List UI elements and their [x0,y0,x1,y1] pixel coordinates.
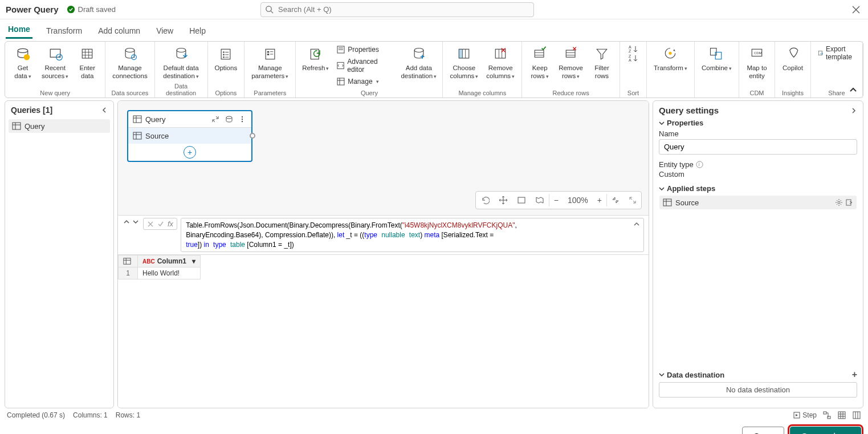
properties-button[interactable]: Properties [334,44,396,55]
add-data-destination-button[interactable]: Add data destination [400,44,438,82]
remove-rows-button[interactable]: Remove rows [556,44,585,82]
default-destination-button[interactable]: Default data destination [161,44,201,82]
properties-section-title[interactable]: Properties [659,119,857,127]
formula-text[interactable]: Table.FromRows(Json.Document(Binary.Deco… [181,218,644,252]
chevron-left-icon [101,107,108,113]
enter-data-button[interactable]: Enter data [74,44,100,82]
table-view-button[interactable] [837,411,846,420]
chevron-down-icon [659,372,665,378]
collapse-ribbon-button[interactable] [849,86,857,94]
query-name-input[interactable] [659,139,857,155]
tab-help[interactable]: Help [187,23,208,39]
chevron-down-icon [659,120,665,126]
data-preview[interactable]: ABCColumn1▾ 1 Hello World! [118,254,649,408]
card-actions-button[interactable] [224,115,234,123]
chevron-up-icon [123,218,131,226]
step-view-button[interactable]: Step [793,411,817,419]
collapse-queries-button[interactable] [101,107,108,113]
choose-columns-button[interactable]: Choose columns [447,44,480,82]
undo-button[interactable] [476,196,494,205]
step-settings-button[interactable] [835,198,843,206]
svg-text:Z: Z [629,54,631,58]
database-icon [225,115,233,123]
sort-asc-button[interactable]: AZ [627,45,639,53]
add-step-button[interactable]: + [184,146,196,159]
svg-rect-86 [838,412,845,419]
group-label: Data destination [160,82,203,96]
svg-rect-58 [818,51,822,55]
group-label: Insights [782,88,804,96]
applied-step-item[interactable]: Source [659,196,857,209]
manage-parameters-button[interactable]: Manage parameters [249,44,291,82]
search-box[interactable] [260,2,534,17]
svg-text:CDM: CDM [754,51,762,55]
more-vertical-icon [239,115,246,123]
collapse-diagram-button[interactable] [607,196,624,204]
close-icon [852,6,860,14]
accept-formula-button[interactable] [157,221,164,228]
zoom-out-button[interactable]: − [549,196,563,205]
refresh-button[interactable]: Refresh [300,44,331,74]
applied-steps-title[interactable]: Applied steps [659,184,857,193]
minimap-button[interactable] [531,196,549,205]
query-step[interactable]: Source [128,128,251,144]
diagram-view[interactable]: Query Source + − [118,101,649,215]
fit-button[interactable] [512,196,531,205]
prev-step-button[interactable] [123,218,131,226]
query-item-label: Query [25,122,44,131]
step-label: Source [145,132,169,140]
no-destination-label: No data destination [659,382,857,398]
step-name: Source [675,198,699,207]
card-menu-button[interactable] [238,115,247,123]
row-number[interactable]: 1 [119,267,138,279]
get-data-button[interactable]: Get data [10,44,36,82]
data-cell[interactable]: Hello World! [138,267,201,279]
query-item[interactable]: Query [9,119,110,133]
svg-point-18 [223,56,225,58]
pan-button[interactable] [494,196,512,205]
destination-section-title[interactable]: Data destination [659,371,724,379]
connector-dot[interactable] [250,133,255,139]
svg-rect-15 [221,49,230,59]
select-all-cell[interactable] [119,255,138,267]
advanced-editor-button[interactable]: Advanced editor [334,56,396,75]
options-button[interactable]: Options [213,44,240,74]
filter-rows-button[interactable]: Filter rows [589,44,615,82]
svg-point-1 [266,6,271,11]
save-and-run-button[interactable]: Save and run [790,427,861,434]
manage-button[interactable]: Manage [334,76,396,87]
transform-button[interactable]: Transform [651,44,690,74]
chevron-down-icon [659,186,665,192]
expand-formula-button[interactable] [633,221,640,228]
cancel-formula-button[interactable] [147,221,154,228]
save-button[interactable]: Save [742,427,784,434]
tab-add-column[interactable]: Add column [96,23,142,39]
manage-connections-button[interactable]: Manage connections [110,44,149,82]
diagram-view-button[interactable] [822,411,832,420]
column-header[interactable]: ABCColumn1▾ [138,255,201,267]
query-card[interactable]: Query Source + [127,110,252,162]
tab-transform[interactable]: Transform [44,23,84,39]
zoom-in-button[interactable]: + [593,196,606,205]
step-destination-button[interactable] [845,198,853,206]
sort-desc-button[interactable]: ZA [627,54,639,62]
keep-rows-button[interactable]: Keep rows [527,44,553,82]
close-button[interactable] [850,3,862,16]
schema-view-button[interactable] [852,411,861,420]
svg-text:i: i [698,161,699,167]
map-to-entity-button[interactable]: CDMMap to entity [744,44,770,82]
combine-button[interactable]: Combine [699,44,734,74]
undo-icon [480,196,490,205]
fullscreen-button[interactable] [624,196,641,204]
copilot-button[interactable]: Copilot [780,44,806,74]
next-step-button[interactable] [132,218,140,226]
export-template-button[interactable]: Export template [816,44,858,62]
recent-sources-button[interactable]: Recent sources [39,44,71,82]
tab-home[interactable]: Home [6,21,32,39]
search-input[interactable] [260,2,534,17]
remove-columns-button[interactable]: Remove columns [484,44,517,82]
expand-card-button[interactable] [210,115,221,123]
collapse-settings-button[interactable] [850,107,857,114]
add-destination-button[interactable]: + [852,370,857,380]
tab-view[interactable]: View [154,23,176,39]
